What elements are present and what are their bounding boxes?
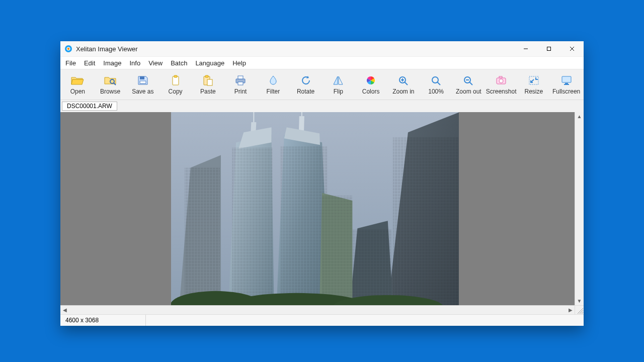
svg-rect-39 bbox=[393, 137, 459, 305]
svg-rect-12 bbox=[174, 75, 177, 77]
svg-point-23 bbox=[432, 77, 438, 83]
zoom-100-button[interactable]: 100% bbox=[420, 69, 452, 100]
zoom-out-button[interactable]: Zoom out bbox=[452, 69, 485, 100]
scroll-left-arrow-icon[interactable]: ◀ bbox=[60, 306, 69, 314]
scroll-v-track[interactable] bbox=[575, 121, 584, 297]
toolbar-label: Colors bbox=[362, 88, 380, 95]
minimize-button[interactable] bbox=[514, 41, 537, 56]
svg-line-24 bbox=[437, 82, 440, 85]
toolbar-label: Browse bbox=[100, 88, 120, 95]
svg-rect-18 bbox=[238, 82, 243, 85]
menu-image[interactable]: Image bbox=[99, 57, 125, 69]
print-icon bbox=[233, 74, 248, 86]
svg-rect-43 bbox=[185, 168, 220, 305]
svg-rect-30 bbox=[499, 76, 502, 78]
paste-button[interactable]: Paste bbox=[192, 69, 224, 100]
app-icon bbox=[64, 45, 72, 53]
svg-rect-53 bbox=[322, 196, 352, 305]
screenshot-button[interactable]: Screenshot bbox=[485, 69, 518, 100]
paste-icon bbox=[201, 74, 215, 86]
svg-rect-11 bbox=[173, 76, 179, 85]
window-title: Xelitan Image Viewer bbox=[76, 45, 138, 53]
toolbar: Open Browse Save as Copy bbox=[60, 69, 584, 100]
svg-rect-10 bbox=[140, 81, 146, 83]
toolbar-label: Filter bbox=[267, 88, 280, 95]
toolbar-label: Flip bbox=[334, 88, 343, 95]
image-viewport[interactable] bbox=[60, 112, 575, 305]
scroll-up-arrow-icon[interactable]: ▲ bbox=[575, 112, 584, 121]
status-bar: 4600 x 3068 bbox=[60, 314, 584, 326]
svg-rect-32 bbox=[562, 76, 571, 82]
copy-button[interactable]: Copy bbox=[159, 69, 192, 100]
folder-open-icon bbox=[70, 74, 85, 86]
svg-rect-15 bbox=[207, 79, 212, 85]
status-dimensions: 4600 x 3068 bbox=[60, 315, 146, 326]
client-area: ▲ ▼ bbox=[60, 112, 584, 305]
svg-rect-34 bbox=[564, 84, 569, 85]
camera-icon bbox=[494, 74, 508, 86]
toolbar-label: Zoom out bbox=[456, 88, 481, 95]
resize-icon bbox=[527, 74, 541, 86]
zoom-in-icon bbox=[396, 74, 411, 86]
save-as-button[interactable]: Save as bbox=[127, 69, 159, 100]
scroll-h-track[interactable] bbox=[69, 306, 566, 314]
svg-rect-47 bbox=[232, 147, 272, 305]
svg-rect-14 bbox=[205, 75, 208, 77]
toolbar-label: Copy bbox=[169, 88, 183, 95]
horizontal-scrollbar[interactable]: ◀ ▶ bbox=[60, 305, 575, 314]
menu-bar: File Edit Image Info View Batch Language… bbox=[60, 57, 584, 69]
close-button[interactable] bbox=[560, 41, 584, 56]
svg-line-61 bbox=[582, 312, 583, 314]
scroll-right-arrow-icon[interactable]: ▶ bbox=[566, 306, 575, 314]
flip-icon bbox=[331, 74, 345, 86]
menu-view[interactable]: View bbox=[144, 57, 167, 69]
menu-batch[interactable]: Batch bbox=[167, 57, 191, 69]
resize-grip[interactable] bbox=[575, 305, 584, 314]
toolbar-label: Fullscreen bbox=[552, 88, 580, 95]
scroll-down-arrow-icon[interactable]: ▼ bbox=[575, 297, 584, 305]
rotate-button[interactable]: Rotate bbox=[289, 69, 322, 100]
filter-button[interactable]: Filter bbox=[257, 69, 290, 100]
toolbar-label: Resize bbox=[525, 88, 543, 95]
toolbar-label: 100% bbox=[428, 88, 444, 95]
toolbar-label: Save as bbox=[132, 88, 153, 95]
app-window: Xelitan Image Viewer File Edit Image Inf… bbox=[60, 41, 584, 326]
displayed-image bbox=[171, 112, 459, 305]
fullscreen-button[interactable]: Fullscreen bbox=[550, 69, 583, 100]
menu-file[interactable]: File bbox=[61, 57, 80, 69]
clipboard-icon bbox=[169, 74, 183, 86]
toolbar-label: Print bbox=[234, 88, 247, 95]
svg-rect-9 bbox=[140, 76, 144, 79]
svg-rect-17 bbox=[238, 76, 243, 79]
resize-button[interactable]: Resize bbox=[518, 69, 550, 100]
svg-point-29 bbox=[499, 79, 503, 83]
maximize-button[interactable] bbox=[537, 41, 560, 56]
toolbar-label: Open bbox=[70, 88, 85, 95]
flip-button[interactable]: Flip bbox=[322, 69, 355, 100]
zoom-in-button[interactable]: Zoom in bbox=[387, 69, 420, 100]
svg-rect-33 bbox=[565, 83, 568, 84]
svg-line-22 bbox=[405, 82, 408, 85]
zoom-out-icon bbox=[461, 74, 475, 86]
open-button[interactable]: Open bbox=[61, 69, 94, 100]
toolbar-label: Screenshot bbox=[486, 88, 517, 95]
save-icon bbox=[136, 74, 150, 86]
colors-button[interactable]: Colors bbox=[355, 69, 387, 100]
vertical-scrollbar[interactable]: ▲ ▼ bbox=[575, 112, 584, 305]
menu-language[interactable]: Language bbox=[191, 57, 228, 69]
toolbar-label: Rotate bbox=[297, 88, 314, 95]
browse-button[interactable]: Browse bbox=[94, 69, 127, 100]
menu-edit[interactable]: Edit bbox=[80, 57, 99, 69]
title-bar: Xelitan Image Viewer bbox=[60, 41, 584, 57]
menu-help[interactable]: Help bbox=[228, 57, 250, 69]
monitor-icon bbox=[559, 74, 574, 86]
print-button[interactable]: Print bbox=[224, 69, 257, 100]
menu-info[interactable]: Info bbox=[126, 57, 145, 69]
svg-rect-41 bbox=[352, 229, 391, 305]
tab-strip: DSC00001.ARW bbox=[60, 100, 584, 112]
toolbar-label: Paste bbox=[200, 88, 216, 95]
folder-search-icon bbox=[103, 74, 117, 86]
toolbar-label: Zoom in bbox=[392, 88, 414, 95]
file-tab[interactable]: DSC00001.ARW bbox=[62, 102, 117, 111]
zoom-100-icon bbox=[429, 74, 443, 86]
